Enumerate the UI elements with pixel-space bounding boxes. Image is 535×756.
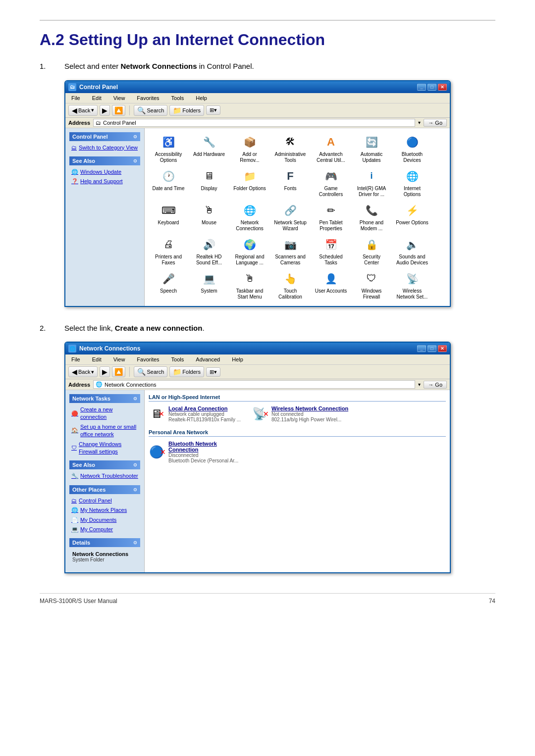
- switch-to-category-link[interactable]: 🗂 Switch to Category View: [69, 143, 140, 152]
- my-network-link[interactable]: 🌐 My Network Places: [69, 505, 140, 515]
- search-button[interactable]: 🔍 Search: [134, 105, 167, 116]
- views-button[interactable]: ⊞▾: [206, 105, 220, 115]
- cp-printers[interactable]: 🖨 Printers andFaxes: [149, 235, 188, 268]
- cp-auto-updates[interactable]: 🔄 AutomaticUpdates: [352, 132, 391, 165]
- net-back-button[interactable]: ◀ Back ▾: [68, 366, 98, 377]
- cp-phone-modem[interactable]: 📞 Phone andModem ...: [352, 201, 391, 234]
- menu-tools[interactable]: Tools: [168, 94, 187, 102]
- net-menu-edit[interactable]: Edit: [89, 355, 105, 363]
- close-button[interactable]: ✕: [438, 84, 447, 91]
- net-menu-favorites[interactable]: Favorites: [134, 355, 162, 363]
- cp-taskbar[interactable]: 🖱 Taskbar andStart Menu: [230, 269, 269, 302]
- minimize-button[interactable]: _: [417, 84, 426, 91]
- net-views-button[interactable]: ⊞▾: [206, 367, 220, 377]
- sounds-icon: 🔈: [404, 237, 420, 252]
- menu-file[interactable]: File: [68, 94, 83, 102]
- details-collapse[interactable]: ⊙: [133, 540, 137, 545]
- see-also-title: See Also: [72, 158, 95, 164]
- cp-accessibility[interactable]: ♿ AccessibilityOptions: [149, 132, 188, 165]
- phone-modem-icon: 📞: [364, 202, 379, 218]
- cp-keyboard[interactable]: ⌨ Keyboard: [149, 201, 188, 234]
- cp-wireless[interactable]: 📡 WirelessNetwork Set...: [392, 269, 432, 302]
- cp-realtek[interactable]: 🔊 Realtek HDSound Eff...: [189, 235, 229, 268]
- net-menu-advanced[interactable]: Advanced: [193, 355, 223, 363]
- back-button[interactable]: ◀ Back ▾: [68, 105, 98, 116]
- collapse-button[interactable]: ⊙: [133, 134, 137, 139]
- address-field[interactable]: 🗂 Control Panel: [93, 119, 415, 127]
- cp-folder-options[interactable]: 📁 Folder Options: [230, 166, 269, 200]
- cp-firewall[interactable]: 🛡 WindowsFirewall: [352, 269, 391, 302]
- cp-pen-tablet[interactable]: ✏ Pen TabletProperties: [311, 201, 351, 234]
- net-search-button[interactable]: 🔍 Search: [134, 366, 167, 377]
- taskbar-label: Taskbar andStart Menu: [236, 288, 263, 300]
- cp-game-ctrl[interactable]: 🎮 GameControllers: [311, 166, 351, 200]
- net-address-field[interactable]: 🌐 Network Connections: [93, 380, 415, 389]
- menu-view[interactable]: View: [110, 94, 128, 102]
- menu-favorites[interactable]: Favorites: [134, 94, 162, 102]
- cp-regional[interactable]: 🌍 Regional andLanguage ...: [230, 235, 269, 268]
- cp-advantech[interactable]: A AdvantechCentral Util...: [311, 132, 351, 165]
- net-menu-help[interactable]: Help: [229, 355, 246, 363]
- net-see-also-collapse[interactable]: ⊙: [133, 462, 137, 467]
- menu-help[interactable]: Help: [193, 94, 210, 102]
- net-see-also-title: See Also: [72, 462, 95, 468]
- cp-touch[interactable]: 👆 TouchCalibration: [270, 269, 310, 302]
- cp-bluetooth[interactable]: 🔵 BluetoothDevices: [392, 132, 432, 165]
- menu-edit[interactable]: Edit: [89, 94, 105, 102]
- address-dropdown[interactable]: ▾: [418, 120, 421, 125]
- cp-mouse[interactable]: 🖱 Mouse: [189, 201, 229, 234]
- advantech-label: AdvantechCentral Util...: [317, 151, 345, 163]
- net-go-button[interactable]: → Go: [424, 381, 447, 389]
- net-up-button[interactable]: 🔼: [112, 366, 125, 377]
- net-menu-tools[interactable]: Tools: [168, 355, 187, 363]
- cp-fonts[interactable]: F Fonts: [270, 166, 310, 200]
- windows-update-link[interactable]: 🌐 Windows Update: [69, 167, 140, 177]
- net-address-dropdown[interactable]: ▾: [418, 382, 421, 387]
- cp-power[interactable]: ⚡ Power Options: [392, 201, 432, 234]
- cp-add-remove[interactable]: 📦 Add orRemov...: [230, 132, 269, 165]
- folders-button[interactable]: 📁 Folders: [169, 105, 204, 116]
- bluetooth-network-connection[interactable]: 🔵 ✕ Bluetooth Network Connection Disconn…: [149, 440, 248, 464]
- net-close-button[interactable]: ✕: [438, 345, 447, 352]
- cp-internet-opts[interactable]: 🌐 InternetOptions: [392, 166, 432, 200]
- see-also-collapse[interactable]: ⊙: [133, 158, 137, 163]
- create-new-connection-link[interactable]: 🔴 Create a new connection: [69, 405, 140, 422]
- setup-home-office-link[interactable]: 🏠 Set up a home or small office network: [69, 422, 140, 440]
- cp-security[interactable]: 🔒 SecurityCenter: [352, 235, 391, 268]
- go-button[interactable]: → Go: [424, 119, 447, 127]
- cp-display[interactable]: 🖥 Display: [189, 166, 229, 200]
- cp-add-hardware[interactable]: 🔧 Add Hardware: [189, 132, 229, 165]
- control-panel-link[interactable]: 🗂 Control Panel: [69, 496, 140, 505]
- net-menu-file[interactable]: File: [68, 355, 83, 363]
- other-places-collapse[interactable]: ⊙: [133, 487, 137, 492]
- cp-system[interactable]: 💻 System: [189, 269, 229, 302]
- net-forward-button[interactable]: ▶: [100, 366, 110, 377]
- cp-datetime[interactable]: 🕐 Date and Time: [149, 166, 188, 200]
- cp-admin-tools[interactable]: 🛠 AdministrativeTools: [270, 132, 310, 165]
- my-computer-link[interactable]: 💻 My Computer: [69, 525, 140, 534]
- change-firewall-link[interactable]: 🛡 Change Windows Firewall settings: [69, 440, 140, 457]
- cp-network-conn[interactable]: 🌐 NetworkConnections: [230, 201, 269, 234]
- scheduled-label: ScheduledTasks: [319, 254, 342, 266]
- net-toolbar: ◀ Back ▾ ▶ 🔼 🔍 Search 📁 Folders: [65, 365, 450, 379]
- up-button[interactable]: 🔼: [112, 105, 125, 116]
- net-folders-button[interactable]: 📁 Folders: [169, 366, 204, 377]
- cp-net-setup[interactable]: 🔗 Network SetupWizard: [270, 201, 310, 234]
- local-area-connection[interactable]: 🖥 ✕ Local Area Connection Network cable …: [149, 404, 248, 423]
- cp-sounds[interactable]: 🔈 Sounds andAudio Devices: [392, 235, 432, 268]
- net-troubleshooter-link[interactable]: 🔧 Network Troubleshooter: [69, 471, 140, 481]
- cp-user-accounts[interactable]: 👤 User Accounts: [311, 269, 351, 302]
- cp-scanners[interactable]: 📷 Scanners andCameras: [270, 235, 310, 268]
- cp-speech[interactable]: 🎤 Speech: [149, 269, 188, 302]
- net-maximize-button[interactable]: □: [428, 345, 436, 352]
- cp-scheduled[interactable]: 📅 ScheduledTasks: [311, 235, 351, 268]
- net-menu-view[interactable]: View: [110, 355, 128, 363]
- forward-button[interactable]: ▶: [100, 105, 110, 116]
- cp-intel-gma[interactable]: i Intel(R) GMADriver for ...: [352, 166, 391, 200]
- my-documents-link[interactable]: 📄 My Documents: [69, 515, 140, 525]
- maximize-button[interactable]: □: [428, 84, 436, 91]
- help-support-link[interactable]: ❓ Help and Support: [69, 177, 140, 186]
- net-tasks-collapse[interactable]: ⊙: [133, 396, 137, 401]
- wireless-network-connection[interactable]: 📡 ✕ Wireless Network Connection Not conn…: [252, 404, 351, 423]
- net-minimize-button[interactable]: _: [417, 345, 426, 352]
